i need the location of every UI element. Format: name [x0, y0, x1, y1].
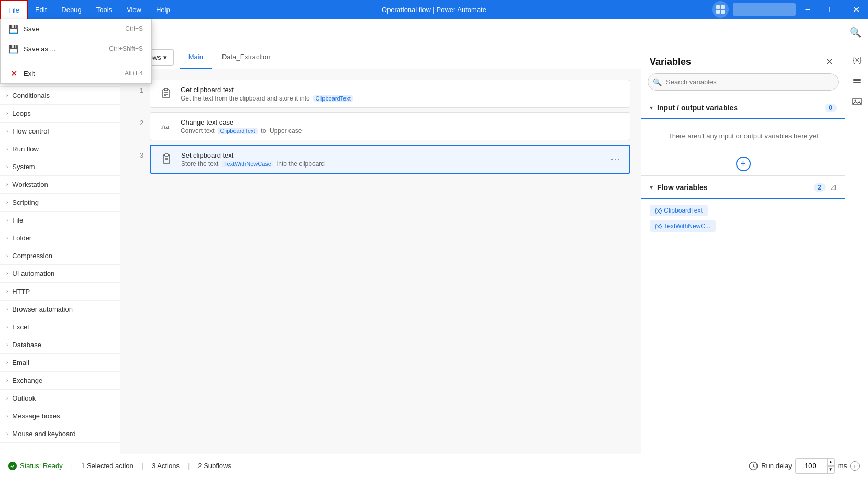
step-desc: Convert text ClipboardText to Upper case: [181, 127, 622, 135]
flow-variables-section-header[interactable]: ▾ Flow variables 2 ⊿: [641, 176, 845, 199]
sidebar-item-system[interactable]: ›System: [0, 158, 120, 176]
search-button[interactable]: 🔍: [847, 24, 864, 41]
save-as-icon: 💾: [9, 44, 18, 53]
menu-edit[interactable]: Edit: [28, 0, 54, 19]
subflows-label: 2 Subflows: [198, 462, 231, 470]
step-number: 2: [131, 112, 143, 127]
sidebar-item-email[interactable]: ›Email: [0, 354, 120, 372]
add-input-output-variable-button[interactable]: +: [736, 157, 751, 171]
step-info: Get clipboard text Get the text from the…: [181, 86, 622, 102]
menu-view[interactable]: View: [119, 0, 149, 19]
sidebar-item-outlook[interactable]: ›Outlook: [0, 390, 120, 407]
spinner-up-button[interactable]: ▲: [827, 459, 834, 466]
step-card[interactable]: Get clipboard text Get the text from the…: [150, 80, 630, 108]
run-delay-input[interactable]: [796, 459, 827, 473]
chevron-icon: ›: [6, 271, 8, 276]
svg-rect-15: [853, 79, 861, 80]
flow-variables-count-badge: 2: [814, 183, 826, 192]
spinner-down-button[interactable]: ▼: [827, 466, 834, 473]
svg-rect-11: [165, 154, 168, 156]
filter-icon[interactable]: ⊿: [830, 182, 837, 192]
minimize-button[interactable]: –: [796, 0, 820, 19]
run-delay-section: Run delay ▲ ▼ ms i: [749, 458, 860, 474]
sidebar-item-label: Loops: [12, 109, 30, 117]
svg-rect-0: [716, 5, 720, 9]
chevron-icon: ›: [6, 378, 8, 383]
step-more-button[interactable]: ⋯: [608, 151, 622, 167]
exit-icon: ✕: [9, 69, 18, 78]
input-output-empty-message: There aren't any input or output variabl…: [641, 119, 845, 152]
flow-step-3: 3 Set clipboard text Store the te: [131, 145, 630, 174]
flow-variables-section: ▾ Flow variables 2 ⊿ {x} ClipboardText {…: [641, 175, 845, 237]
variables-icon-button[interactable]: {x}: [848, 50, 866, 69]
sidebar-item-label: Scripting: [12, 198, 39, 206]
spinner-buttons: ▲ ▼: [827, 459, 834, 473]
sidebar-item-conditionals[interactable]: ›Conditionals: [0, 87, 120, 105]
sidebar-item-mouse-keyboard[interactable]: ›Mouse and keyboard: [0, 425, 120, 443]
flow-variables-section-title: Flow variables: [657, 183, 809, 192]
chevron-icon: ›: [6, 217, 8, 223]
subflows-chevron-icon: ▾: [163, 53, 167, 61]
menu-help[interactable]: Help: [149, 0, 177, 19]
flow-var-clipboard-text[interactable]: {x} ClipboardText: [650, 205, 708, 216]
flow-var-list: {x} ClipboardText {x} TextWithNewC...: [641, 199, 845, 237]
svg-rect-3: [721, 10, 725, 14]
sidebar-item-scripting[interactable]: ›Scripting: [0, 194, 120, 212]
var-search-input[interactable]: [648, 73, 839, 91]
input-output-section-header[interactable]: ▾ Input / output variables 0: [641, 97, 845, 119]
sidebar-item-loops[interactable]: ›Loops: [0, 105, 120, 123]
status-bar: Status: Ready | 1 Selected action | 3 Ac…: [0, 454, 868, 477]
sidebar-item-workstation[interactable]: ›Workstation: [0, 176, 120, 194]
tab-main[interactable]: Main: [180, 46, 212, 69]
save-as-label: Save as ...: [24, 45, 104, 53]
close-panel-button[interactable]: ✕: [822, 54, 837, 69]
run-delay-info-icon[interactable]: i: [850, 461, 860, 471]
menu-separator: [1, 61, 151, 61]
sidebar-item-flow-control[interactable]: ›Flow control: [0, 123, 120, 140]
tab-data-extraction[interactable]: Data_Extraction: [214, 46, 279, 69]
sidebar-item-ui-automation[interactable]: ›UI automation: [0, 265, 120, 283]
layers-icon-button[interactable]: [848, 71, 866, 90]
image-icon-button[interactable]: [848, 92, 866, 111]
sidebar-item-excel[interactable]: ›Excel: [0, 318, 120, 336]
sidebar-item-run-flow[interactable]: ›Run flow: [0, 140, 120, 158]
right-sidebar: {x}: [845, 46, 868, 454]
file-menu-save[interactable]: 💾 Save Ctrl+S: [1, 19, 151, 39]
selected-actions-label: 1 Selected action: [81, 462, 133, 470]
menu-debug[interactable]: Debug: [54, 0, 88, 19]
step-card[interactable]: Set clipboard text Store the text TextWi…: [150, 145, 630, 174]
content-area: Subflows ▾ Main Data_Extraction 1: [120, 46, 641, 454]
chevron-icon: ›: [6, 253, 8, 259]
save-icon: 💾: [9, 24, 18, 34]
input-output-count-badge: 0: [825, 104, 837, 112]
svg-rect-17: [853, 82, 861, 83]
sidebar-item-label: System: [12, 163, 35, 171]
status-label: Status: Ready: [20, 462, 63, 470]
menu-file[interactable]: File: [0, 0, 28, 19]
run-delay-input-group: ▲ ▼: [795, 458, 835, 474]
step-card[interactable]: Aa Change text case Convert text Clipboa…: [150, 112, 630, 140]
clock-icon: [749, 461, 758, 471]
sidebar-item-browser-automation[interactable]: ›Browser automation: [0, 301, 120, 318]
file-menu-exit[interactable]: ✕ Exit Alt+F4: [1, 63, 151, 83]
file-menu-save-as[interactable]: 💾 Save as ... Ctrl+Shift+S: [1, 39, 151, 59]
input-output-section: ▾ Input / output variables 0 There aren'…: [641, 97, 845, 175]
flow-var-text-with-new-case[interactable]: {x} TextWithNewC...: [650, 220, 716, 232]
sidebar-item-message-boxes[interactable]: ›Message boxes: [0, 407, 120, 425]
sidebar-item-label: Database: [12, 341, 41, 349]
maximize-button[interactable]: □: [820, 0, 844, 19]
search-icon: 🔍: [653, 78, 662, 86]
sidebar-item-http[interactable]: ›HTTP: [0, 283, 120, 301]
sidebar-item-exchange[interactable]: ›Exchange: [0, 372, 120, 390]
sidebar-item-file[interactable]: ›File: [0, 212, 120, 229]
menu-tools[interactable]: Tools: [89, 0, 119, 19]
close-button[interactable]: ✕: [844, 0, 868, 19]
sidebar-item-compression[interactable]: ›Compression: [0, 247, 120, 265]
var-search-container: 🔍: [648, 73, 839, 91]
exit-label: Exit: [24, 70, 119, 77]
sidebar-item-database[interactable]: ›Database: [0, 336, 120, 354]
sidebar-item-folder[interactable]: ›Folder: [0, 229, 120, 247]
var-panel-title: Variables: [650, 57, 691, 68]
svg-text:{x}: {x}: [853, 56, 862, 64]
sidebar-item-label: Run flow: [12, 145, 39, 153]
